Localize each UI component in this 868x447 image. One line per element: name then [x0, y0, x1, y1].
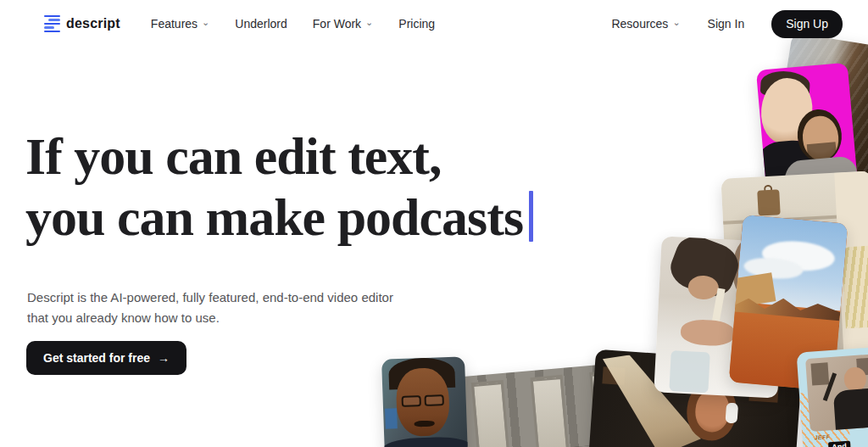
podcast-video-call-card: JEFF And: [797, 347, 868, 447]
man-with-glasses-photo: [381, 356, 468, 447]
chevron-down-icon: ⌄: [365, 18, 373, 27]
descript-logo[interactable]: descript: [44, 15, 120, 33]
hero-subtext: Descript is the AI-powered, fully featur…: [27, 288, 393, 328]
text-cursor: [529, 191, 533, 242]
caption-text: And: [828, 441, 850, 447]
nav-item-pricing[interactable]: Pricing: [398, 17, 435, 31]
nav-item-resources[interactable]: Resources ⌄: [611, 17, 680, 31]
top-nav: descript Features ⌄ Underlord For Work ⌄…: [0, 0, 868, 47]
brand-wordmark: descript: [66, 16, 120, 31]
get-started-button[interactable]: Get started for free →: [26, 341, 186, 375]
sign-up-button[interactable]: Sign Up: [771, 10, 843, 38]
headline-line-1: If you can edit text,: [25, 127, 441, 185]
primary-nav-links: Features ⌄ Underlord For Work ⌄ Pricing: [151, 17, 435, 31]
nav-item-features[interactable]: Features ⌄: [151, 17, 209, 31]
descript-logo-icon: [44, 15, 60, 33]
chevron-down-icon: ⌄: [672, 18, 680, 27]
sign-in-link[interactable]: Sign In: [708, 17, 745, 31]
nav-item-for-work[interactable]: For Work ⌄: [313, 17, 374, 31]
headline-line-2: you can make podcasts: [25, 188, 523, 246]
hero-headline: If you can edit text, you can make podca…: [25, 126, 533, 248]
nav-right-group: Resources ⌄ Sign In Sign Up: [611, 10, 843, 38]
arrow-right-icon: →: [158, 351, 170, 365]
nav-item-underlord[interactable]: Underlord: [235, 17, 287, 31]
speaker-name-label: JEFF: [814, 433, 830, 440]
chevron-down-icon: ⌄: [202, 18, 209, 27]
